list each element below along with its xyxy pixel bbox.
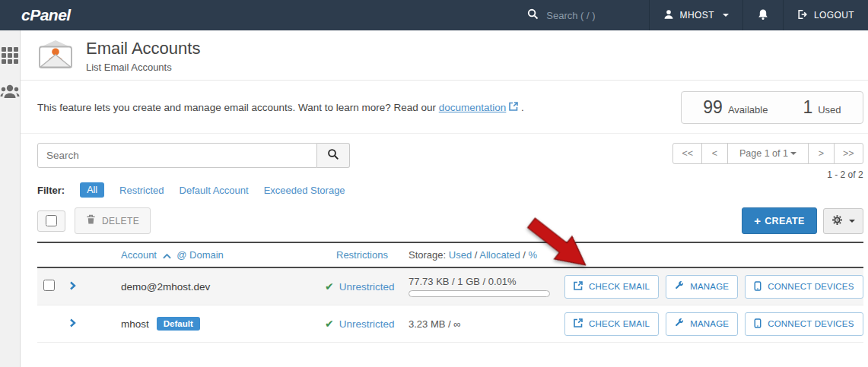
global-search-label: Search ( / ) <box>546 10 595 21</box>
used-count: 1 <box>803 97 812 118</box>
quota-summary: 99 Available 1 Used <box>681 91 863 124</box>
delete-button[interactable]: DELETE <box>75 207 151 234</box>
mobile-device-icon <box>754 281 761 293</box>
page-subtitle: List Email Accounts <box>86 62 200 73</box>
search-icon <box>327 148 339 163</box>
first-page-button[interactable]: << <box>672 143 702 164</box>
logout-label: LOGOUT <box>814 10 854 21</box>
email-accounts-table: Account @ Domain Restrictions Storage: U… <box>37 242 863 343</box>
storage-header-label: Storage: <box>409 249 446 261</box>
gear-icon <box>831 214 843 228</box>
restriction-status[interactable]: Unrestricted <box>339 281 395 293</box>
external-link-icon <box>574 318 583 329</box>
create-button[interactable]: + CREATE <box>742 207 816 234</box>
apps-grid-icon[interactable] <box>2 47 18 64</box>
prev-page-button[interactable]: < <box>701 143 728 164</box>
feature-description: This feature lets you create and manage … <box>37 102 524 113</box>
expand-row-icon[interactable] <box>69 281 77 293</box>
chevron-down-icon <box>849 220 855 226</box>
user-icon <box>663 9 674 22</box>
chevron-down-icon <box>790 152 796 158</box>
storage-usage: 3.23 MB / ∞ <box>409 318 564 330</box>
check-email-button[interactable]: CHECK EMAIL <box>564 275 659 299</box>
account-email: demo@2mhost.dev <box>121 281 210 293</box>
users-group-icon[interactable] <box>0 84 20 101</box>
check-icon: ✔ <box>325 318 334 330</box>
user-menu[interactable]: MHOST <box>649 0 742 30</box>
filter-exceeded-storage[interactable]: Exceeded Storage <box>264 185 345 196</box>
settings-dropdown-button[interactable] <box>823 208 863 234</box>
bell-icon <box>757 8 769 23</box>
filter-restricted[interactable]: Restricted <box>119 185 164 196</box>
default-badge: Default <box>157 317 200 331</box>
filter-label: Filter: <box>37 185 65 196</box>
sidebar <box>0 30 21 367</box>
search-button[interactable] <box>317 143 350 168</box>
trash-icon <box>86 214 96 227</box>
manage-button[interactable]: MANAGE <box>666 275 738 299</box>
restriction-status[interactable]: Unrestricted <box>339 318 395 330</box>
user-name: MHOST <box>680 10 714 21</box>
available-stat: 99 Available <box>703 97 768 118</box>
wrench-icon <box>675 281 684 292</box>
table-row: demo@2mhost.dev ✔ Unrestricted 77.73 KB … <box>37 268 863 305</box>
sort-account-header[interactable]: Account <box>121 249 157 261</box>
account-name: mhost <box>121 318 149 330</box>
connect-devices-button[interactable]: CONNECT DEVICES <box>745 275 863 299</box>
external-link-icon <box>574 281 583 292</box>
table-row: mhost Default ✔ Unrestricted 3.23 MB / ∞… <box>37 305 863 343</box>
filter-all[interactable]: All <box>80 182 104 198</box>
search-icon <box>527 8 539 22</box>
cpanel-logo[interactable]: cPanel <box>21 6 71 24</box>
manage-button[interactable]: MANAGE <box>666 312 738 336</box>
notifications-button[interactable] <box>742 0 783 30</box>
row-checkbox[interactable] <box>43 280 55 291</box>
sort-percent-header[interactable]: % <box>529 249 538 261</box>
page-select[interactable]: Page 1 of 1 <box>727 143 809 164</box>
documentation-link[interactable]: documentation <box>439 102 507 113</box>
check-email-button[interactable]: CHECK EMAIL <box>564 312 659 336</box>
topbar: cPanel Search ( / ) MHOST LOGOUT <box>0 0 868 30</box>
select-all-checkbox[interactable] <box>37 210 65 232</box>
search-input[interactable] <box>37 143 317 168</box>
sort-domain-header[interactable]: @ Domain <box>176 249 224 261</box>
chevron-down-icon <box>723 14 729 20</box>
sort-asc-icon <box>163 250 174 261</box>
select-all-input[interactable] <box>46 215 57 226</box>
last-page-button[interactable]: >> <box>834 143 863 164</box>
pagination: << < Page 1 of 1 > >> 1 - 2 of 2 <box>672 143 863 180</box>
table-header: Account @ Domain Restrictions Storage: U… <box>37 242 863 268</box>
expand-row-icon[interactable] <box>69 318 77 330</box>
filter-default-account[interactable]: Default Account <box>180 185 249 196</box>
available-count: 99 <box>703 97 723 118</box>
plus-icon: + <box>754 214 761 227</box>
page-title: Email Accounts <box>86 39 200 59</box>
email-accounts-icon <box>37 40 74 72</box>
global-search[interactable]: Search ( / ) <box>509 0 613 30</box>
sort-allocated-header[interactable]: Allocated <box>479 249 520 261</box>
sort-used-header[interactable]: Used <box>449 249 472 261</box>
wrench-icon <box>675 318 684 329</box>
connect-devices-button[interactable]: CONNECT DEVICES <box>745 312 863 336</box>
restrictions-header[interactable]: Restrictions <box>336 249 388 261</box>
check-icon: ✔ <box>325 280 334 293</box>
next-page-button[interactable]: > <box>808 143 835 164</box>
mobile-device-icon <box>754 318 761 330</box>
logout-button[interactable]: LOGOUT <box>783 0 868 30</box>
storage-usage: 77.73 KB / 1 GB / 0.01% <box>409 276 564 287</box>
logout-icon <box>797 9 808 22</box>
used-stat: 1 Used <box>803 97 841 118</box>
external-link-icon[interactable] <box>509 102 521 113</box>
storage-progress-bar <box>409 290 550 297</box>
result-range: 1 - 2 of 2 <box>827 169 863 180</box>
page-header: Email Accounts List Email Accounts <box>21 30 868 81</box>
